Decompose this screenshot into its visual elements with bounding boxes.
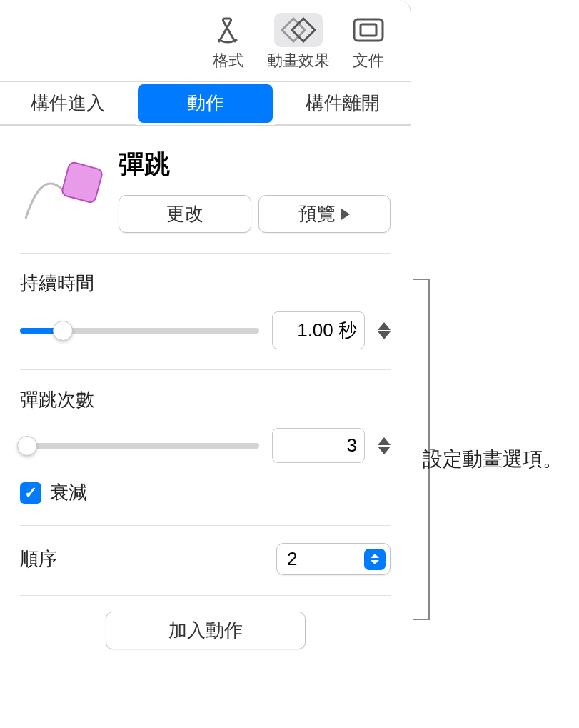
duration-slider-thumb[interactable] — [53, 321, 73, 341]
bounces-label: 彈跳次數 — [20, 387, 391, 412]
toolbar-animate[interactable]: 動畫效果 — [266, 13, 331, 71]
inspector-panel: 格式 動畫效果 文件 構件進入 動作 構件離開 — [0, 0, 411, 714]
duration-stepper[interactable] — [378, 322, 391, 339]
order-select[interactable]: 2 — [276, 543, 391, 575]
callout-text: 設定動畫選項。 — [423, 446, 563, 473]
effect-header: 彈跳 更改 預覽 — [20, 126, 391, 254]
decay-checkbox[interactable]: ✓ — [20, 482, 41, 504]
format-icon — [204, 13, 253, 47]
tabs: 構件進入 動作 構件離開 — [0, 82, 411, 126]
svg-rect-2 — [61, 161, 104, 204]
play-icon — [341, 209, 350, 220]
bounces-stepper[interactable] — [378, 437, 391, 454]
stepper-down-icon[interactable] — [378, 447, 391, 454]
decay-label: 衰減 — [50, 480, 87, 505]
svg-rect-1 — [361, 24, 376, 36]
stepper-down-icon[interactable] — [378, 331, 391, 339]
toolbar-document-label: 文件 — [353, 50, 384, 71]
duration-value[interactable]: 1.00 秒 — [272, 311, 365, 349]
toolbar-format[interactable]: 格式 — [196, 13, 261, 71]
svg-rect-0 — [354, 19, 383, 41]
add-action-label: 加入動作 — [168, 618, 243, 643]
order-label: 順序 — [20, 547, 57, 572]
select-arrow-icon — [364, 549, 386, 570]
tab-action[interactable]: 動作 — [138, 84, 273, 123]
bounces-value[interactable]: 3 — [272, 428, 365, 463]
bounces-section: 彈跳次數 3 ✓ 衰減 — [20, 370, 391, 526]
stepper-up-icon[interactable] — [378, 322, 391, 330]
duration-section: 持續時間 1.00 秒 — [20, 254, 391, 370]
order-section: 順序 2 — [20, 526, 391, 596]
bounce-effect-icon — [20, 147, 106, 226]
document-icon — [344, 13, 393, 47]
order-value: 2 — [287, 548, 297, 570]
effect-name: 彈跳 — [119, 147, 391, 182]
preview-button[interactable]: 預覽 — [258, 195, 391, 233]
stepper-up-icon[interactable] — [378, 437, 391, 445]
duration-slider[interactable] — [20, 328, 259, 334]
add-action-row: 加入動作 — [0, 596, 411, 665]
duration-label: 持續時間 — [20, 271, 391, 296]
tab-build-out[interactable]: 構件離開 — [275, 82, 411, 125]
effect-info: 彈跳 更改 預覽 — [119, 147, 391, 233]
preview-button-label: 預覽 — [298, 201, 336, 226]
toolbar: 格式 動畫效果 文件 — [0, 0, 411, 82]
change-button[interactable]: 更改 — [119, 195, 251, 233]
toolbar-document[interactable]: 文件 — [336, 13, 401, 71]
change-button-label: 更改 — [166, 201, 203, 226]
tab-build-in[interactable]: 構件進入 — [0, 82, 136, 125]
toolbar-format-label: 格式 — [213, 50, 244, 71]
add-action-button[interactable]: 加入動作 — [106, 612, 306, 649]
bounces-slider[interactable] — [20, 443, 259, 449]
animate-icon — [274, 13, 323, 47]
decay-row: ✓ 衰減 — [20, 480, 391, 505]
toolbar-animate-label: 動畫效果 — [267, 50, 330, 71]
bounces-slider-thumb[interactable] — [17, 436, 37, 456]
